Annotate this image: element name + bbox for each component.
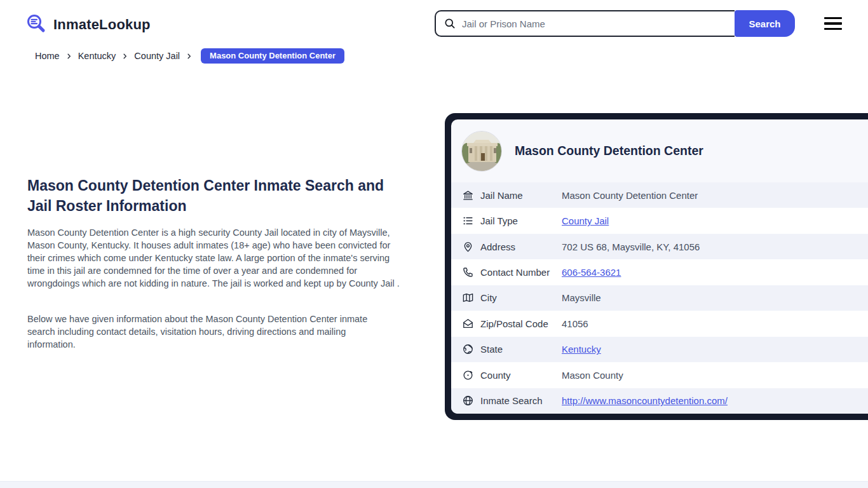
row-value: Maysville <box>562 292 601 303</box>
breadcrumb-kentucky[interactable]: Kentucky <box>78 51 116 61</box>
page-title: Mason County Detention Center Inmate Sea… <box>27 175 390 216</box>
inmatelookup-logo-icon <box>25 13 47 37</box>
county-icon <box>462 369 474 381</box>
map-pin-icon <box>462 241 474 253</box>
search-button[interactable]: Search <box>735 10 795 37</box>
globe-icon <box>462 343 474 355</box>
info-paragraph: Below we have given information about th… <box>27 313 383 351</box>
breadcrumb-county-jail[interactable]: County Jail <box>134 51 180 61</box>
chevron-right-icon <box>65 53 72 60</box>
row-value: Mason County Detention Center <box>562 190 698 201</box>
facility-photo <box>461 131 502 172</box>
site-logo[interactable]: InmateLookup <box>25 13 151 37</box>
row-value: 41056 <box>562 318 588 329</box>
table-row: Jail Name Mason County Detention Center <box>451 182 868 208</box>
bank-icon <box>462 189 474 201</box>
row-value: 702 US 68, Maysville, KY, 41056 <box>562 241 700 252</box>
table-row: County Mason County <box>451 362 868 388</box>
menu-hamburger-icon[interactable] <box>824 17 842 30</box>
row-label: State <box>480 344 562 355</box>
row-label: Jail Name <box>480 190 562 201</box>
facility-card-header: Mason County Detention Center <box>451 119 868 182</box>
row-value-link[interactable]: County Jail <box>562 215 609 226</box>
mail-open-icon <box>462 318 474 330</box>
row-value: Mason County <box>562 370 623 381</box>
breadcrumb-current-badge: Mason County Detention Center <box>201 48 344 64</box>
table-row: Jail Type County Jail <box>451 208 868 233</box>
list-icon <box>462 215 474 227</box>
globe-grid-icon <box>462 395 474 407</box>
chevron-right-icon <box>121 53 128 60</box>
row-value-link[interactable]: http://www.masoncountydetention.com/ <box>562 395 728 406</box>
facility-card-inner: Mason County Detention Center Jail Name … <box>451 119 868 414</box>
row-label: City <box>480 292 562 303</box>
search-input-box[interactable] <box>435 10 735 37</box>
info-table: Jail Name Mason County Detention Center … <box>451 182 868 414</box>
map-icon <box>462 292 474 304</box>
row-value-link[interactable]: Kentucky <box>562 344 601 355</box>
table-row: State Kentucky <box>451 337 868 362</box>
row-value-link[interactable]: 606-564-3621 <box>562 267 621 278</box>
footer-strip <box>0 481 868 488</box>
chevron-right-icon <box>186 53 193 60</box>
site-logo-text: InmateLookup <box>53 17 151 33</box>
row-label: Zip/Postal Code <box>480 318 562 329</box>
search-icon <box>444 17 456 30</box>
table-row: City Maysville <box>451 285 868 311</box>
intro-paragraph: Mason County Detention Center is a high … <box>27 226 409 290</box>
table-row: Zip/Postal Code 41056 <box>451 311 868 336</box>
table-row: Contact Number 606-564-3621 <box>451 259 868 285</box>
row-label: County <box>480 370 562 381</box>
row-label: Contact Number <box>480 267 562 278</box>
facility-title: Mason County Detention Center <box>515 144 703 158</box>
breadcrumb-home[interactable]: Home <box>35 51 60 61</box>
table-row: Address 702 US 68, Maysville, KY, 41056 <box>451 234 868 259</box>
breadcrumb: Home Kentucky County Jail Mason County D… <box>35 48 344 64</box>
search-bar: Search <box>435 10 795 37</box>
row-label: Jail Type <box>480 215 562 226</box>
row-label: Inmate Search <box>480 395 562 406</box>
facility-card: Mason County Detention Center Jail Name … <box>445 113 868 420</box>
table-row: Inmate Search http://www.masoncountydete… <box>451 388 868 414</box>
search-input[interactable] <box>456 11 735 36</box>
row-label: Address <box>480 241 562 252</box>
phone-icon <box>462 266 474 278</box>
